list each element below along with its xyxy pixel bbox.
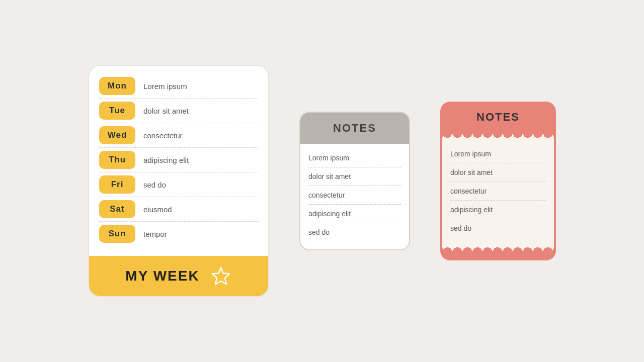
week-row: Suntempor [99,222,258,246]
week-rows: MonLorem ipsumTuedolor sit ametWedconsec… [89,66,268,251]
notes-header-pink: NOTES [440,102,556,133]
notes-row-pink: adipiscing elit [450,201,546,219]
day-badge: Thu [99,151,135,169]
week-row: Sateiusmod [99,197,258,222]
notes-row: Lorem ipsum [308,149,401,167]
day-badge: Fri [99,175,135,194]
week-row: Thuadipiscing elit [99,148,258,172]
week-footer: MY WEEK [89,256,268,296]
notes-card-pink: NOTES Lorem ipsumdolor sit ametconsectet… [440,102,556,260]
day-text: tempor [143,230,167,238]
week-row: Wedconsectetur [99,123,258,148]
notes-row-pink: consectetur [450,182,546,201]
scallop-inner: Lorem ipsumdolor sit ametconsecteturadip… [442,140,554,245]
day-text: consectetur [143,131,183,140]
notes-header-gray: NOTES [300,113,409,144]
week-row: MonLorem ipsum [99,74,258,99]
day-text: dolor sit amet [143,107,189,115]
notes-body-gray: Lorem ipsumdolor sit ametconsecteturadip… [300,144,409,249]
notes-row: dolor sit amet [308,167,401,186]
day-text: Lorem ipsum [143,82,187,90]
notes-row: consectetur [308,186,401,205]
day-text: eiusmod [143,205,172,214]
notes-row: sed do [308,223,401,241]
notes-row-pink: Lorem ipsum [450,145,546,163]
day-badge: Sat [99,200,135,218]
day-badge: Wed [99,126,135,144]
day-text: sed do [143,180,166,189]
notes-card-gray: NOTES Lorem ipsumdolor sit ametconsectet… [299,112,410,250]
week-row: Tuedolor sit amet [99,99,258,123]
day-text: adipiscing elit [143,156,189,164]
notes-row-pink: dolor sit amet [450,163,546,182]
notes-title-pink: NOTES [476,111,520,123]
week-row: Frised do [99,172,258,197]
day-badge: Sun [99,225,135,243]
week-footer-title: MY WEEK [125,268,199,284]
notes-row-pink: sed do [450,219,546,237]
scallop-container: Lorem ipsumdolor sit ametconsecteturadip… [442,133,554,252]
pink-bottom-spacer [440,252,556,260]
day-badge: Mon [99,77,135,95]
notes-row: adipiscing elit [308,205,401,223]
notes-title-gray: NOTES [333,122,376,134]
day-badge: Tue [99,102,135,120]
star-icon [210,265,232,287]
week-card: MonLorem ipsumTuedolor sit ametWedconsec… [88,65,269,297]
